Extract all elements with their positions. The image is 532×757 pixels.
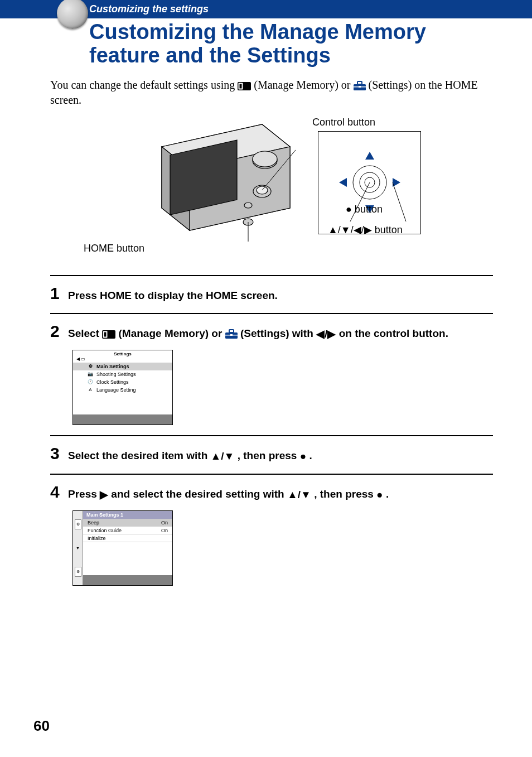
control-button-diagram <box>318 131 421 234</box>
left-right-arrows-icon: ◀/▶ <box>316 327 336 342</box>
label-home-button: HOME button <box>84 243 144 254</box>
shot1-title: Settings <box>114 351 132 356</box>
shot1-item-label: Language Setting <box>96 387 136 393</box>
shot1-list-item: ALanguage Setting <box>73 386 172 394</box>
svg-point-13 <box>253 151 277 167</box>
shot2-row-value: On <box>161 528 168 533</box>
svg-point-16 <box>244 202 252 208</box>
up-down-arrows-icon: ▲/▼ <box>211 449 235 464</box>
center-dot-icon: ● <box>376 488 383 503</box>
shot2-tab-icon: ⚙ <box>75 567 81 577</box>
shot1-item-label: Clock Settings <box>96 379 129 385</box>
up-down-arrows-icon: ▲/▼ <box>287 488 311 503</box>
shot1-item-label: Main Settings <box>96 364 129 369</box>
section-badge-icon <box>57 0 88 29</box>
shot1-item-icon: 📷 <box>88 372 93 377</box>
step-3: 3 Select the desired item with ▲/▼ , the… <box>50 435 493 474</box>
shot1-item-icon: 🕐 <box>88 379 93 384</box>
shot2-tab-icon: ⚙ <box>75 519 81 529</box>
settings-toolbox-icon <box>225 329 238 339</box>
page-title: Customizing the Manage Memory feature an… <box>89 21 499 67</box>
page-number: 60 <box>33 717 50 735</box>
shot1-item-icon: A <box>88 387 93 392</box>
manage-memory-icon <box>102 330 115 339</box>
shot2-row: Function GuideOn <box>83 527 172 534</box>
svg-marker-24 <box>365 152 374 160</box>
shot1-indicator-icon: ◀ ▭ <box>76 356 85 361</box>
shot2-row: BeepOn <box>83 519 172 527</box>
camera-diagram: Control button <box>50 113 493 258</box>
step-4: 4 Press ▶ and select the desired setting… <box>50 474 493 596</box>
intro-paragraph: You can change the default settings usin… <box>50 78 493 108</box>
center-dot-icon: ● <box>300 449 306 464</box>
step-2: 2 Select (Manage Memory) or (Settings) w… <box>50 313 493 435</box>
label-dpad-button: ▲/▼/◀/▶ button <box>328 224 403 236</box>
shot2-row-label: Function Guide <box>88 528 122 533</box>
camera-illustration <box>151 113 296 242</box>
main-settings-screenshot: ⚙ ▼ ⚙ Main Settings 1 BeepOnFunction Gui… <box>72 510 173 586</box>
svg-line-29 <box>393 182 406 221</box>
settings-menu-screenshot: Settings ◀ ▭ ⚙Main Settings📷Shooting Set… <box>72 350 173 425</box>
step-2-number: 2 <box>50 322 62 341</box>
shot1-item-label: Shooting Settings <box>96 372 136 377</box>
shot1-list-item: 🕐Clock Settings <box>73 378 172 386</box>
shot2-row-value: On <box>161 520 168 525</box>
svg-line-28 <box>350 182 370 221</box>
label-center-button: ● button <box>346 204 383 215</box>
shot1-list-item: ⚙Main Settings <box>73 363 172 370</box>
shot1-list-item: 📷Shooting Settings <box>73 370 172 378</box>
step-1-number: 1 <box>50 284 62 303</box>
manage-memory-icon <box>238 82 251 90</box>
right-arrow-icon: ▶ <box>100 488 108 503</box>
step-1: 1 Press HOME to display the HOME screen. <box>50 275 493 314</box>
shot1-item-icon: ⚙ <box>88 364 93 369</box>
shot2-header: Main Settings 1 <box>83 511 172 519</box>
shot2-row-label: Initialize <box>88 536 106 541</box>
step-4-text: Press ▶ and select the desired setting w… <box>68 487 389 503</box>
shot2-row: Initialize <box>83 534 172 542</box>
step-4-number: 4 <box>50 483 62 502</box>
section-label: Customizing the settings <box>89 3 209 15</box>
step-2-text: Select (Manage Memory) or (Settings) wit… <box>68 326 448 342</box>
svg-marker-26 <box>339 178 347 187</box>
settings-toolbox-icon <box>354 81 366 90</box>
label-control-button: Control button <box>312 117 375 128</box>
step-3-text: Select the desired item with ▲/▼ , then … <box>68 449 312 464</box>
step-1-text: Press HOME to display the HOME screen. <box>68 288 278 303</box>
shot2-row-label: Beep <box>88 520 99 525</box>
step-3-number: 3 <box>50 444 62 463</box>
